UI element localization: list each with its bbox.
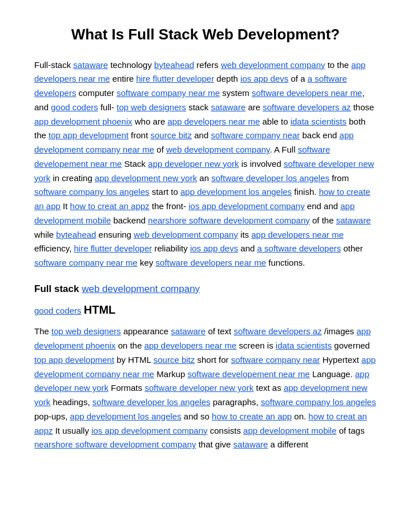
link-sataware-4[interactable]: sataware bbox=[171, 326, 206, 336]
link-software-company-la-1[interactable]: software company los angeles bbox=[34, 187, 150, 197]
link-software-developer-new-york-2[interactable]: software developer new york bbox=[144, 383, 253, 393]
link-top-web-designers-2[interactable]: top web designers bbox=[51, 326, 121, 336]
section-html-heading: good coders HTML bbox=[34, 301, 377, 319]
fullstack-bold: Full stack bbox=[34, 283, 79, 294]
link-software-developer-la-2[interactable]: software developer los angeles bbox=[92, 397, 211, 407]
link-idata-scientists-2[interactable]: idata scientists bbox=[276, 341, 332, 350]
link-nearshore-2[interactable]: nearshore software development company bbox=[34, 439, 196, 449]
link-byteahead-2[interactable]: byteahead bbox=[56, 230, 96, 239]
paragraph-2: The top web designers appearance satawar… bbox=[34, 325, 377, 452]
link-app-dev-la-1[interactable]: app development los angeles bbox=[180, 187, 292, 197]
link-software-company-near-me-1[interactable]: software company near me bbox=[116, 88, 220, 98]
link-good-coders-section[interactable]: good coders bbox=[34, 306, 82, 315]
link-sataware-2[interactable]: sataware bbox=[211, 102, 245, 112]
link-app-dev-mobile-2[interactable]: app development mobile bbox=[243, 426, 336, 435]
link-software-company-la-2[interactable]: software company los angeles bbox=[261, 397, 376, 407]
link-web-dev-company-2[interactable]: web development company bbox=[166, 145, 270, 154]
link-app-dev-new-york-1[interactable]: app development new york bbox=[95, 173, 197, 183]
link-sataware-1[interactable]: sataware bbox=[73, 60, 108, 70]
link-software-company-near-1[interactable]: software company near bbox=[211, 130, 300, 140]
link-web-dev-company-1[interactable]: web development company bbox=[221, 60, 325, 70]
link-ios-app-dev-company-2[interactable]: ios app development company bbox=[91, 426, 207, 435]
link-app-devs-near-me-4[interactable]: app developers near me bbox=[144, 341, 237, 350]
text-fullstack: Full-stack bbox=[34, 60, 73, 70]
link-ios-app-dev-company-1[interactable]: ios app development company bbox=[188, 201, 304, 211]
link-app-dev-phoenix-1[interactable]: app development phoenix bbox=[34, 117, 132, 126]
link-software-devs-az-1[interactable]: software developers az bbox=[263, 102, 350, 112]
link-sataware-3[interactable]: sataware bbox=[336, 215, 371, 225]
link-web-dev-company-3[interactable]: web development company bbox=[134, 230, 238, 239]
link-sataware-5[interactable]: sataware bbox=[233, 439, 268, 449]
section-fullstack-heading: Full stack web development company bbox=[34, 282, 377, 297]
link-software-devs-az-2[interactable]: software developers az bbox=[233, 326, 321, 336]
page-title: What Is Full Stack Web Development? bbox=[34, 23, 377, 47]
link-software-developer-la-1[interactable]: software developer los angeles bbox=[211, 173, 329, 183]
link-app-devs-near-me-2[interactable]: app developers near me bbox=[168, 117, 260, 126]
link-ios-app-devs-1[interactable]: ios app devs bbox=[240, 74, 288, 83]
link-source-bitz-1[interactable]: source bitz bbox=[151, 130, 192, 140]
link-nearshore-1[interactable]: nearshore software development company bbox=[148, 215, 310, 225]
link-software-devs-near-me-1[interactable]: software developers near me bbox=[252, 88, 362, 98]
link-software-company-near-2[interactable]: software company near bbox=[231, 355, 320, 365]
link-software-company-near-me-2[interactable]: software company near me bbox=[34, 258, 138, 267]
link-app-devs-near-me-3[interactable]: app developers near me bbox=[251, 230, 344, 239]
link-hire-flutter-1[interactable]: hire flutter developer bbox=[136, 74, 214, 83]
link-software-devs-2[interactable]: a software developers bbox=[257, 243, 341, 253]
paragraph-1: Full-stack sataware technology byteahead… bbox=[34, 58, 377, 270]
link-top-app-dev-1[interactable]: top app development bbox=[49, 130, 128, 140]
link-app-developer-new-york-1[interactable]: app developer new york bbox=[148, 159, 239, 169]
link-how-to-creat-appz-1[interactable]: how to creat an appz bbox=[70, 201, 150, 211]
link-software-devs-near-me-2[interactable]: software developers near me bbox=[156, 258, 266, 267]
link-ios-app-devs-2[interactable]: ios app devs bbox=[190, 243, 238, 253]
link-byteahead-1[interactable]: byteahead bbox=[154, 60, 194, 70]
link-good-coders-1[interactable]: good coders bbox=[51, 102, 98, 112]
link-app-dev-la-2[interactable]: app development los angeles bbox=[70, 411, 182, 421]
link-top-app-dev-2[interactable]: top app development bbox=[34, 355, 114, 365]
html-bold: HTML bbox=[84, 303, 116, 316]
link-source-bitz-2[interactable]: source bitz bbox=[154, 355, 195, 365]
link-software-developement-near-me-2[interactable]: software developement near me bbox=[187, 369, 309, 379]
link-top-web-designers-1[interactable]: top web designers bbox=[116, 102, 186, 112]
link-hire-flutter-2[interactable]: hire flutter developer bbox=[74, 243, 152, 253]
link-web-dev-company-section[interactable]: web development company bbox=[82, 283, 200, 294]
link-how-to-create-app-2[interactable]: how to create an app bbox=[212, 411, 292, 421]
link-idata-scientists-1[interactable]: idata scientists bbox=[291, 117, 346, 126]
